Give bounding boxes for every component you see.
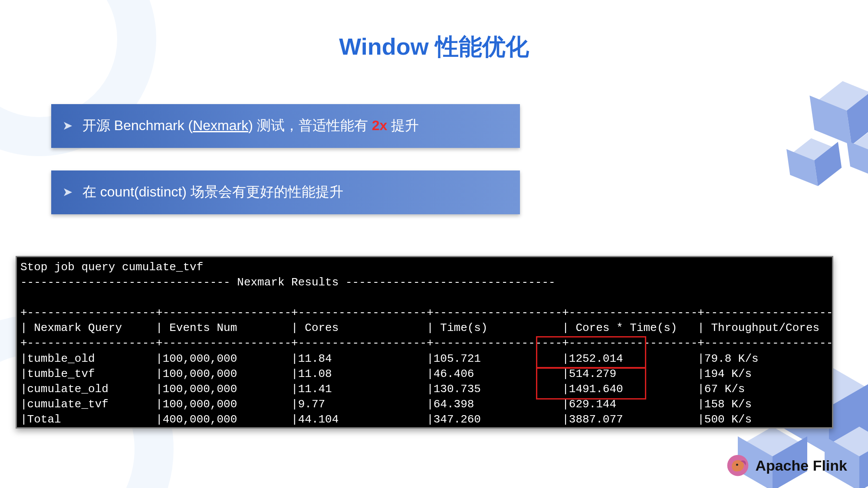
terminal-row-4: |Total |400,000,000 |44.104 |347.260 |38… [20,413,833,426]
decor-cubes-top-right [778,75,868,203]
bullet1-emph: 2x [372,118,388,133]
bullet-count-distinct: ➤ 在 count(distinct) 场景会有更好的性能提升 [51,170,520,214]
footer-brand-text: Apache Flink [755,457,847,474]
terminal-output: Stop job query cumulate_tvf ------------… [16,256,833,429]
terminal-row-3: |cumulate_tvf |100,000,000 |9.77 |64.398… [20,398,833,411]
bullet-benchmark: ➤ 开源 Benchmark (Nexmark) 测试，普适性能有 2x 提升 [51,104,520,148]
terminal-results-header: ------------------------------- Nexmark … [20,276,556,289]
flink-squirrel-icon [727,454,749,477]
terminal-header-row: | Nexmark Query | Events Num | Cores | T… [20,321,833,334]
terminal-stop-line: Stop job query cumulate_tvf [20,261,203,274]
bullet2-text: 在 count(distinct) 场景会有更好的性能提升 [82,184,343,200]
bullet1-post: 提升 [387,118,419,133]
terminal-row-1: |tumble_tvf |100,000,000 |11.08 |46.406 … [20,367,833,380]
bullet-arrow-icon: ➤ [62,185,72,199]
bullet-arrow-icon: ➤ [62,119,72,132]
bullet1-mid: ) 测试，普适性能有 [248,118,372,133]
svg-point-1 [736,464,738,466]
terminal-sep: +-------------------+-------------------… [20,306,833,319]
bullet1-pre: 开源 Benchmark ( [82,118,193,133]
terminal-sep: +-------------------+-------------------… [20,337,833,350]
bullet1-link: Nexmark [193,118,248,133]
terminal-row-2: |cumulate_old |100,000,000 |11.41 |130.7… [20,383,833,396]
terminal-row-0: |tumble_old |100,000,000 |11.84 |105.721… [20,352,833,365]
footer-logo: Apache Flink [727,454,847,477]
slide-title: Window 性能优化 [0,31,868,63]
terminal-sep: +-------------------+-------------------… [20,428,833,429]
